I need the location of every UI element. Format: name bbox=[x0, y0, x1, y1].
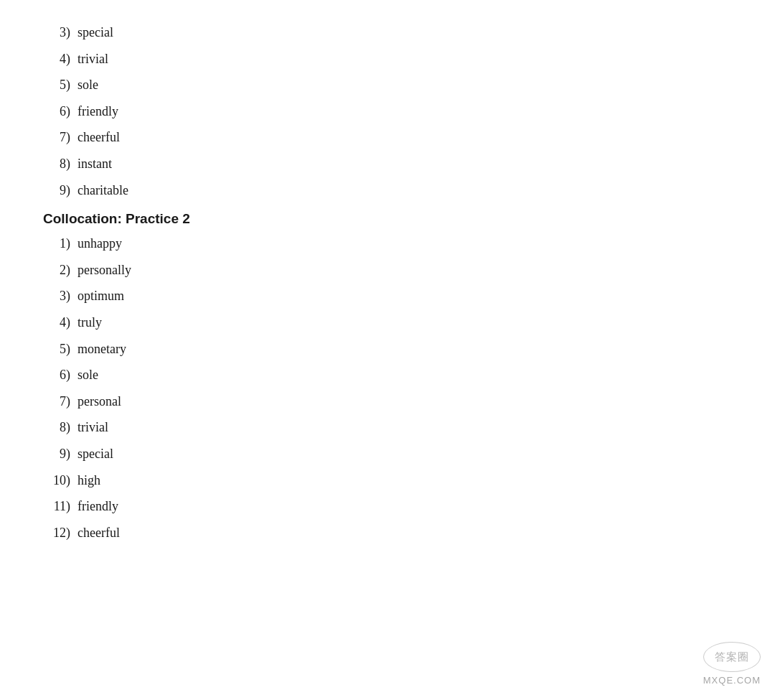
item-word: instant bbox=[78, 153, 112, 175]
item-word: high bbox=[78, 470, 100, 492]
item-word: friendly bbox=[78, 101, 118, 123]
item-number: 2) bbox=[43, 259, 78, 281]
main-content: 3) special 4) trivial 5) sole 6) friendl… bbox=[0, 0, 775, 577]
item-number: 3) bbox=[43, 22, 78, 44]
list-item: 5) monetary bbox=[43, 338, 732, 360]
list1-section: 3) special 4) trivial 5) sole 6) friendl… bbox=[43, 22, 732, 201]
list-item: 8) instant bbox=[43, 153, 732, 175]
item-number: 4) bbox=[43, 48, 78, 70]
list-item: 6) sole bbox=[43, 364, 732, 386]
item-word: unhappy bbox=[78, 233, 122, 255]
item-number: 9) bbox=[43, 443, 78, 465]
list-item: 6) friendly bbox=[43, 101, 732, 123]
item-number: 4) bbox=[43, 312, 78, 334]
section2-header: Collocation: Practice 2 bbox=[43, 211, 732, 227]
list-item: 9) special bbox=[43, 443, 732, 465]
list-item: 5) sole bbox=[43, 74, 732, 96]
list-item: 3) special bbox=[43, 22, 732, 44]
item-word: friendly bbox=[78, 495, 118, 518]
item-number: 11) bbox=[43, 495, 78, 518]
item-number: 5) bbox=[43, 338, 78, 360]
watermark-circle: 答案圈 bbox=[703, 642, 761, 672]
list-item: 3) optimum bbox=[43, 285, 732, 307]
list-item: 4) truly bbox=[43, 312, 732, 334]
item-word: truly bbox=[78, 312, 102, 334]
item-number: 12) bbox=[43, 522, 78, 544]
item-word: trivial bbox=[78, 416, 108, 439]
watermark: 答案圈 MXQE.COM bbox=[703, 642, 761, 686]
item-word: cheerful bbox=[78, 126, 120, 149]
item-word: personally bbox=[78, 259, 131, 281]
item-number: 9) bbox=[43, 179, 78, 202]
item-word: personal bbox=[78, 391, 121, 413]
item-word: special bbox=[78, 22, 113, 44]
item-word: monetary bbox=[78, 338, 126, 360]
item-word: special bbox=[78, 443, 113, 465]
item-number: 1) bbox=[43, 233, 78, 255]
item-number: 8) bbox=[43, 153, 78, 175]
list-item: 10) high bbox=[43, 470, 732, 492]
item-number: 6) bbox=[43, 364, 78, 386]
watermark-site: MXQE.COM bbox=[703, 675, 761, 686]
item-number: 7) bbox=[43, 126, 78, 149]
item-number: 5) bbox=[43, 74, 78, 96]
item-number: 3) bbox=[43, 285, 78, 307]
list-item: 12) cheerful bbox=[43, 522, 732, 544]
item-number: 10) bbox=[43, 470, 78, 492]
item-number: 8) bbox=[43, 416, 78, 439]
list-item: 9) charitable bbox=[43, 179, 732, 202]
item-word: trivial bbox=[78, 48, 108, 70]
list-item: 8) trivial bbox=[43, 416, 732, 439]
list-item: 1) unhappy bbox=[43, 233, 732, 255]
item-word: optimum bbox=[78, 285, 124, 307]
item-word: sole bbox=[78, 364, 98, 386]
list-item: 11) friendly bbox=[43, 495, 732, 518]
list-item: 7) cheerful bbox=[43, 126, 732, 149]
item-word: charitable bbox=[78, 179, 128, 202]
item-word: sole bbox=[78, 74, 98, 96]
watermark-text: 答案圈 bbox=[715, 650, 749, 664]
item-word: cheerful bbox=[78, 522, 120, 544]
item-number: 6) bbox=[43, 101, 78, 123]
list-item: 2) personally bbox=[43, 259, 732, 281]
list-item: 4) trivial bbox=[43, 48, 732, 70]
item-number: 7) bbox=[43, 391, 78, 413]
list2-section: 1) unhappy 2) personally 3) optimum 4) t… bbox=[43, 233, 732, 543]
list-item: 7) personal bbox=[43, 391, 732, 413]
